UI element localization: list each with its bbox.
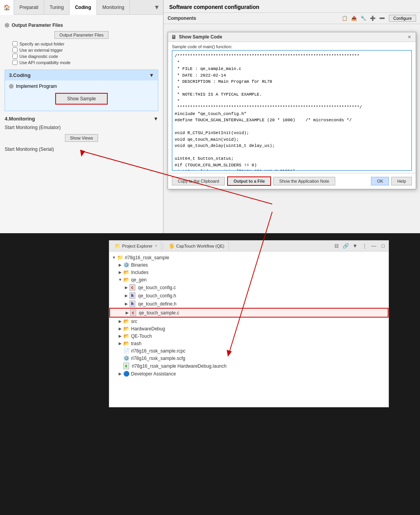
tree-src[interactable]: ▶ 📂 src — [109, 318, 388, 325]
rcpc-icon: 📄 — [123, 348, 130, 354]
show-views-button[interactable]: Show Views — [65, 134, 98, 142]
filter-icon[interactable]: ▼ — [351, 242, 359, 250]
tree-launch[interactable]: x rl78g16_rssk_sample HardwareDebug.laun… — [109, 362, 388, 370]
tree-qe-gen[interactable]: ▼ 📂 qe_gen — [109, 276, 388, 283]
tree-qe-touch-config-c[interactable]: ▶ c qe_touch_config.c — [109, 283, 388, 292]
trash-label: trash — [131, 341, 142, 346]
tab-preparati[interactable]: Preparati — [14, 0, 44, 15]
hw-debug-icon: 📂 — [123, 326, 130, 332]
tab-scroll-arrow[interactable]: ▼ — [150, 4, 163, 11]
qe-sample-c-arrow: ▶ — [124, 311, 130, 315]
top-panel: 🏠 Preparati Tuning Coding Monitoring ▼ O… — [0, 0, 420, 233]
show-app-note-button[interactable]: Show the Application Note — [273, 177, 335, 185]
right-panel-body: 🖥 Show Sample Code × Sample code of main… — [164, 24, 420, 233]
monitoring-title: 4.Monitoring — [5, 116, 35, 122]
captouch-workflow-tab[interactable]: 🖐 CapTouch Workflow (QE) — [165, 241, 229, 251]
configure-button[interactable]: Configure — [389, 15, 416, 22]
qe-config-c-arrow: ▶ — [123, 285, 130, 290]
show-sample-wrap: Show Sample — [9, 93, 154, 105]
right-panel: Software component configuration Compone… — [163, 0, 420, 233]
tree-hardware-debug[interactable]: ▶ 📂 HardwareDebug — [109, 325, 388, 332]
tree-scfg[interactable]: ⚙️ rl78g16_rssk_sample.scfg — [109, 354, 388, 362]
tab-separator — [163, 243, 163, 249]
comp-icon-5[interactable]: ➖ — [378, 14, 386, 22]
comp-icon-3[interactable]: 🔧 — [359, 14, 367, 22]
code-area[interactable]: /***************************************… — [172, 50, 412, 171]
checkbox-external-trigger-input[interactable] — [12, 47, 18, 52]
monitoring-body: Start Monitoring (Emulator) Show Views S… — [5, 123, 158, 154]
checkbox-api-compat: Use API compatibilty mode — [12, 60, 158, 65]
link-with-editor-icon[interactable]: 🔗 — [342, 242, 350, 250]
launch-icon: x — [123, 363, 129, 369]
output-param-title: Output Parameter Files — [12, 23, 63, 28]
collapse-all-icon[interactable]: ⊟ — [332, 242, 340, 250]
right-panel-title: Software component configuration — [164, 0, 420, 13]
ok-button[interactable]: OK — [371, 177, 389, 185]
includes-arrow: ▶ — [117, 270, 123, 274]
tree-root[interactable]: ▼ 📁 rl78g16_rssk_sample — [109, 254, 388, 261]
captouch-tab-icon: 🖐 — [169, 243, 175, 249]
output-to-file-button[interactable]: Output to a File — [227, 176, 271, 186]
output-param-files-button[interactable]: Output Parameter Files — [54, 31, 109, 39]
checkbox-api-compat-input[interactable] — [12, 60, 18, 65]
minimize-icon[interactable]: — — [370, 242, 378, 250]
show-sample-button[interactable]: Show Sample — [55, 93, 107, 105]
copy-to-clipboard-button[interactable]: Copy to the Clipboard — [172, 177, 225, 185]
home-tab[interactable]: 🏠 — [0, 0, 14, 15]
project-explorer-tab[interactable]: 📁 Project Explorer × — [111, 241, 161, 251]
coding-section: 3.Coding ▼ Implement Program Show Sample — [5, 70, 158, 111]
qe-touch-config-h-icon: h — [130, 292, 135, 299]
checkbox-output-folder-input[interactable] — [12, 41, 18, 46]
src-icon: 📂 — [123, 318, 130, 324]
tab-bar: 🏠 Preparati Tuning Coding Monitoring ▼ — [0, 0, 163, 15]
tab-coding[interactable]: Coding — [70, 0, 97, 15]
dialog-close-button[interactable]: × — [406, 34, 413, 40]
maximize-icon[interactable]: □ — [379, 242, 387, 250]
comp-icon-1[interactable]: 📋 — [341, 14, 348, 22]
includes-label: Includes — [131, 270, 149, 275]
project-explorer-tab-label: Project Explorer — [122, 244, 152, 248]
qe-gen-arrow: ▼ — [117, 278, 123, 282]
hw-debug-label: HardwareDebug — [131, 326, 165, 332]
qe-config-h-arrow: ▶ — [123, 293, 130, 298]
help-button[interactable]: Help — [391, 177, 412, 185]
project-explorer-tab-close[interactable]: × — [155, 244, 157, 248]
tree-developer-assistance[interactable]: ▶ 🔵 Developer Assistance — [109, 370, 388, 377]
qe-define-h-arrow: ▶ — [123, 302, 130, 306]
output-param-header: Output Parameter Files — [5, 23, 158, 28]
qe-touch-icon: 📂 — [123, 333, 130, 339]
captouch-tab-label: CapTouch Workflow (QE) — [176, 244, 224, 248]
comp-icon-2[interactable]: 📤 — [350, 14, 358, 22]
comp-icon-4[interactable]: ➕ — [369, 14, 376, 22]
scfg-label: rl78g16_rssk_sample.scfg — [131, 356, 185, 361]
tab-tuning[interactable]: Tuning — [44, 0, 70, 15]
left-sidebar: 🏠 Preparati Tuning Coding Monitoring ▼ O… — [0, 0, 163, 233]
dev-assist-icon: 🔵 — [123, 371, 130, 377]
dialog-subtitle: Sample code of main() function: — [168, 42, 416, 50]
checkbox-diagnostic-code-input[interactable] — [12, 54, 18, 59]
tree-qe-touch-config-h[interactable]: ▶ h qe_touch_config.h — [109, 292, 388, 300]
tree-qe-touch-define-h[interactable]: ▶ h qe_touch_define.h — [109, 300, 388, 308]
coding-arrow-icon: ▼ — [149, 72, 154, 78]
tree-rcpc[interactable]: 📄 rl78g16_rssk_sample.rcpc — [109, 347, 388, 354]
qe-touch-config-c-icon: c — [130, 284, 135, 291]
dev-assist-label: Developer Assistance — [131, 371, 176, 377]
root-arrow: ▼ — [111, 255, 117, 260]
tab-monitoring[interactable]: Monitoring — [97, 0, 130, 15]
project-explorer-tab-icon: 📁 — [115, 243, 121, 249]
qe-touch-arrow: ▶ — [117, 334, 123, 338]
dev-assist-arrow: ▶ — [117, 372, 123, 376]
output-dot — [5, 23, 9, 28]
implement-program-label: Implement Program — [16, 84, 57, 89]
tree-qe-touch-sample-c[interactable]: ▶ c qe_touch_sample.c — [109, 308, 388, 318]
checkbox-external-trigger: Use an external trigger — [12, 47, 158, 52]
more-options-icon[interactable]: ⋮ — [360, 242, 368, 250]
qe-touch-sample-c-icon: c — [130, 309, 136, 316]
tree-trash[interactable]: ▶ 📂 trash — [109, 340, 388, 347]
qe-touch-define-h-label: qe_touch_define.h — [137, 301, 177, 307]
coding-body: Implement Program Show Sample — [5, 80, 158, 111]
tree-binaries[interactable]: ▶ ⚙️ Binaries — [109, 261, 388, 269]
tree-includes[interactable]: ▶ 📂 Includes — [109, 269, 388, 276]
tree-qe-touch[interactable]: ▶ 📂 QE-Touch — [109, 332, 388, 340]
binaries-arrow: ▶ — [117, 263, 123, 267]
